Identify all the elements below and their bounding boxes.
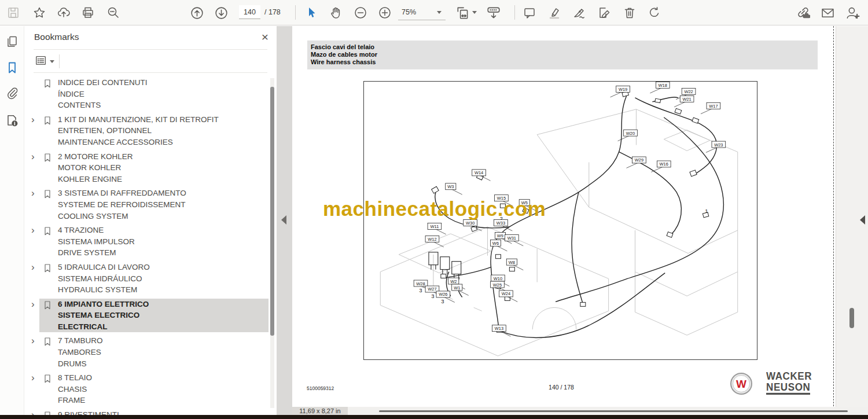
rotate-page-icon[interactable]: [646, 5, 663, 21]
sign-pen-icon[interactable]: [571, 5, 587, 21]
bookmark-flag-icon: [43, 263, 52, 273]
page-thumbnails-icon[interactable]: [4, 34, 20, 50]
previous-page-icon[interactable]: [189, 5, 205, 21]
next-page-icon[interactable]: [213, 5, 229, 21]
close-panel-icon[interactable]: ×: [262, 30, 269, 45]
page-display-icon[interactable]: [486, 5, 502, 21]
bookmark-item[interactable]: INDICE DEI CONTENUTIÍNDICECONTENTS: [24, 77, 277, 111]
bookmarks-options-icon[interactable]: [35, 54, 54, 68]
panel-vertical-divider: [59, 54, 60, 68]
save-icon[interactable]: [5, 5, 21, 21]
panel-divider: [34, 49, 267, 50]
bookmark-item[interactable]: ›4 TRAZIONESISTEMA IMPULSORDRIVE SYSTEM: [24, 225, 277, 259]
svg-text:W8: W8: [509, 260, 515, 265]
edit-page-icon[interactable]: [596, 5, 612, 21]
bookmark-flag-icon: [43, 300, 52, 310]
bookmark-item[interactable]: ›8 TELAIOCHASISFRAME: [24, 372, 277, 406]
expand-chevron-icon[interactable]: ›: [31, 299, 35, 310]
zoom-in-icon[interactable]: [377, 5, 393, 21]
bookmark-flag-icon: [43, 226, 52, 236]
wacker-neuson-logo: W WACKER NEUSON: [730, 372, 820, 396]
bookmark-item[interactable]: ›1 KIT DI MANUTENZIONE, KIT DI RETROFITE…: [24, 114, 277, 148]
expand-chevron-icon[interactable]: ›: [31, 410, 35, 415]
print-icon[interactable]: [80, 5, 96, 21]
fit-width-icon[interactable]: [455, 5, 471, 21]
svg-text:W11: W11: [431, 224, 439, 229]
header-line-en: Wire harness chassis: [311, 58, 818, 66]
email-icon[interactable]: [819, 5, 836, 21]
bookmark-item[interactable]: ›9 RIVESTIMENTI: [24, 409, 277, 415]
bookmark-item[interactable]: ›3 SISTEMA DI RAFFREDDAMENTOSYSTEME DE R…: [24, 188, 277, 222]
expand-chevron-icon[interactable]: ›: [31, 115, 35, 125]
expand-chevron-icon[interactable]: ›: [31, 225, 35, 236]
select-tool-icon[interactable]: [303, 5, 319, 21]
bottom-edge-bar: [0, 415, 868, 419]
share-people-icon[interactable]: [844, 5, 860, 21]
bookmark-item[interactable]: ›5 IDRAULICA DI LAVOROSISTEMA HIDRÁULICO…: [24, 262, 277, 296]
expand-chevron-icon[interactable]: ›: [31, 262, 35, 273]
svg-text:W17: W17: [709, 104, 718, 109]
bookmark-item-label: 8 TELAIOCHASISFRAME: [58, 372, 92, 406]
svg-text:W: W: [736, 378, 746, 390]
bookmark-flag-icon: [43, 115, 52, 126]
diagram-part-label: W11: [428, 223, 446, 234]
expand-right-panel-icon[interactable]: [860, 215, 865, 225]
bookmarks-scrollbar-thumb[interactable]: [270, 87, 274, 336]
svg-text:W1: W1: [454, 285, 460, 291]
bookmark-item-label: 2 MOTORE KOHLERMOTOR KOHLERKOHLER ENGINE: [58, 151, 133, 185]
bookmark-flag-icon: [43, 78, 52, 89]
bookmark-item[interactable]: ›2 MOTORE KOHLERMOTOR KOHLERKOHLER ENGIN…: [24, 151, 277, 185]
diagram-quantity-label: 1: [705, 208, 708, 214]
svg-text:W28: W28: [416, 281, 425, 286]
star-icon[interactable]: [31, 5, 47, 21]
expand-chevron-icon[interactable]: ›: [31, 152, 35, 162]
delete-page-icon[interactable]: [621, 5, 638, 21]
print-margin-dashed-line: [833, 26, 834, 415]
svg-text:W19: W19: [619, 87, 627, 92]
zoom-out-icon[interactable]: [352, 5, 369, 21]
highlighter-icon[interactable]: [546, 5, 562, 21]
expand-chevron-icon[interactable]: ›: [31, 336, 35, 346]
horizontal-scrollbar-thumb[interactable]: [379, 410, 848, 412]
svg-text:W23: W23: [714, 142, 723, 148]
document-header-bar: Fascio cavi del telaio Mazo de cables mo…: [307, 41, 818, 69]
share-upload-icon[interactable]: [56, 5, 72, 21]
bookmarks-list: INDICE DEI CONTENUTIÍNDICECONTENTS›1 KIT…: [24, 77, 277, 415]
svg-text:W30: W30: [466, 220, 475, 226]
svg-text:W14: W14: [475, 170, 483, 175]
top-toolbar: / 178 75%: [0, 0, 868, 25]
hand-tool-icon[interactable]: [328, 5, 344, 21]
comment-icon[interactable]: [521, 5, 538, 21]
bookmark-item[interactable]: ›7 TAMBUROTAMBORESDRUMS: [24, 335, 277, 369]
search-icon[interactable]: [105, 5, 122, 21]
diagram-part-label: W26: [436, 291, 455, 302]
document-info-icon[interactable]: [4, 113, 20, 129]
diagram-part-label: W3: [446, 183, 462, 194]
bookmark-item-label: 9 RIVESTIMENTI: [58, 409, 119, 415]
page-number-input[interactable]: [239, 5, 260, 19]
svg-text:W16: W16: [660, 161, 668, 167]
options-dropdown-caret[interactable]: [50, 60, 54, 63]
diagram-part-label: W17: [701, 102, 720, 113]
zoom-level-label[interactable]: 75%: [402, 8, 416, 16]
diagram-part-label: W31: [505, 234, 524, 245]
logo-line1: WACKER: [766, 371, 812, 382]
svg-text:1: 1: [705, 208, 708, 214]
svg-text:W27: W27: [428, 286, 436, 292]
bookmarks-panel-icon[interactable]: [4, 60, 20, 76]
collapse-panel-icon[interactable]: [281, 215, 286, 225]
expand-chevron-icon[interactable]: ›: [31, 373, 35, 383]
zoom-dropdown-caret[interactable]: [437, 11, 442, 14]
vertical-scrollbar-thumb[interactable]: [849, 308, 854, 328]
diagram-part-label: W18: [650, 82, 670, 93]
expand-chevron-icon[interactable]: ›: [31, 188, 35, 199]
fit-dropdown-caret[interactable]: [472, 11, 477, 14]
share-link-icon[interactable]: [795, 5, 811, 21]
bookmark-flag-icon: [43, 373, 52, 384]
bookmark-item-label: 3 SISTEMA DI RAFFREDDAMENTOSYSTEME DE RE…: [58, 188, 186, 222]
header-line-it: Fascio cavi del telaio: [311, 43, 818, 51]
diagram-part-label: W29: [627, 157, 646, 168]
bookmark-flag-icon: [43, 189, 52, 199]
attachments-icon[interactable]: [4, 85, 20, 101]
bookmark-item[interactable]: ›6 IMPIANTO ELETTRICOSISTEMA ELECTRICOEL…: [24, 299, 277, 333]
